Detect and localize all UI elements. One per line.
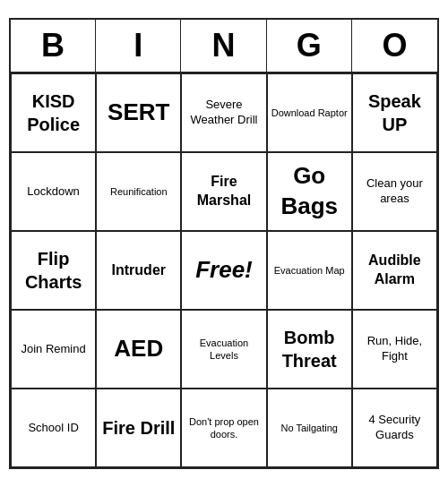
bingo-cell[interactable]: Don't prop open doors. bbox=[181, 389, 266, 467]
bingo-cell[interactable]: No Tailgating bbox=[267, 389, 352, 467]
bingo-cell[interactable]: Fire Drill bbox=[96, 389, 181, 467]
bingo-cell[interactable]: Audible Alarm bbox=[352, 231, 437, 310]
bingo-grid: KISD PoliceSERTSevere Weather DrillDownl… bbox=[11, 73, 437, 467]
bingo-cell[interactable]: Clean your areas bbox=[352, 152, 437, 231]
bingo-cell[interactable]: School ID bbox=[11, 389, 96, 467]
bingo-cell[interactable]: Speak UP bbox=[352, 73, 437, 152]
letter-o: O bbox=[352, 20, 437, 72]
bingo-cell[interactable]: Evacuation Map bbox=[267, 231, 352, 310]
bingo-cell[interactable]: Reunification bbox=[96, 152, 181, 231]
bingo-cell[interactable]: Fire Marshal bbox=[181, 152, 266, 231]
bingo-cell[interactable]: Lockdown bbox=[11, 152, 96, 231]
bingo-cell[interactable]: Bomb Threat bbox=[267, 310, 352, 389]
letter-i: I bbox=[96, 20, 181, 72]
bingo-cell[interactable]: KISD Police bbox=[11, 73, 96, 152]
bingo-cell[interactable]: Download Raptor bbox=[267, 73, 352, 152]
bingo-cell[interactable]: Flip Charts bbox=[11, 231, 96, 310]
letter-n: N bbox=[181, 20, 266, 72]
bingo-cell[interactable]: Run, Hide, Fight bbox=[352, 310, 437, 389]
letter-g: G bbox=[267, 20, 352, 72]
bingo-cell[interactable]: Free! bbox=[181, 231, 266, 310]
bingo-cell[interactable]: Go Bags bbox=[267, 152, 352, 231]
bingo-cell[interactable]: Join Remind bbox=[11, 310, 96, 389]
bingo-cell[interactable]: Intruder bbox=[96, 231, 181, 310]
bingo-cell[interactable]: Severe Weather Drill bbox=[181, 73, 266, 152]
bingo-cell[interactable]: 4 Security Guards bbox=[352, 389, 437, 467]
bingo-cell[interactable]: SERT bbox=[96, 73, 181, 152]
bingo-cell[interactable]: AED bbox=[96, 310, 181, 389]
bingo-header: B I N G O bbox=[11, 20, 437, 73]
bingo-card: B I N G O KISD PoliceSERTSevere Weather … bbox=[9, 18, 439, 469]
letter-b: B bbox=[11, 20, 96, 72]
bingo-cell[interactable]: Evacuation Levels bbox=[181, 310, 266, 389]
